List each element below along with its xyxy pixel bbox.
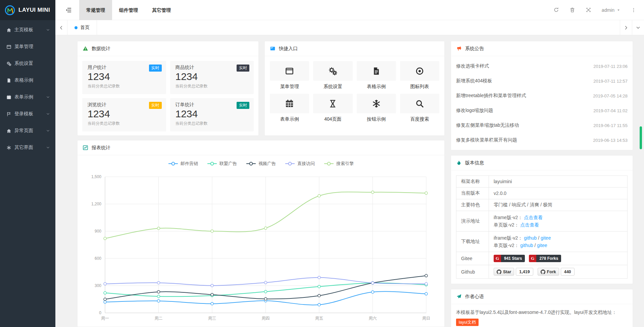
github-fork-button[interactable]: Fork [538, 268, 559, 276]
notice-text: 修复左侧菜单缩放tab无法移动 [456, 122, 519, 128]
quick-entry-1[interactable]: 菜单管理 [270, 61, 309, 89]
link-github[interactable]: github [520, 243, 533, 248]
stat-badge: 实时 [149, 102, 162, 109]
app-logo[interactable]: LAYUI MINI [0, 0, 55, 20]
legend-item-5[interactable]: 搜索引擎 [324, 160, 354, 167]
quick-entry-4[interactable]: 图标列表 [400, 61, 439, 89]
notice-item-2[interactable]: 新增系统404模板2019-07-11 12:57 [451, 74, 633, 88]
svg-text:600: 600 [95, 256, 101, 261]
link-gitee[interactable]: gitee [537, 243, 547, 248]
github-fork-count[interactable]: 440 [561, 268, 575, 276]
home-icon [6, 128, 11, 133]
window-icon [6, 44, 11, 49]
sidebar-item-3[interactable]: 系统设置 [0, 55, 55, 72]
stat-caption: 当前分类总记录数 [88, 83, 161, 89]
gitee-badge[interactable]: G278 Forks [529, 255, 561, 262]
legend-item-3[interactable]: 视频广告 [246, 160, 276, 167]
quick-entry-3[interactable]: 表格示例 [357, 61, 396, 89]
notice-item-5[interactable]: 修复左侧菜单缩放tab无法移动2019-06-17 11:55 [451, 118, 633, 133]
asterisk-icon [6, 145, 11, 150]
gitee-logo-icon: G [494, 255, 501, 262]
tab-home[interactable]: 首页 [67, 20, 97, 35]
calendar-icon [285, 99, 294, 108]
module-tab-3[interactable]: 其它管理 [145, 0, 178, 20]
sidebar-item-7[interactable]: 异常页面 [0, 122, 55, 139]
chevron-left-icon [59, 25, 64, 30]
version-value: 零门槛 / 响应式 / 清爽 / 极简 [494, 202, 552, 207]
svg-text:周一: 周一 [101, 316, 109, 321]
paper-plane-icon [456, 294, 462, 299]
github-icon [497, 270, 501, 274]
quick-entry-icon-box [270, 61, 309, 81]
link-点击查看[interactable]: 点击查看 [520, 222, 539, 228]
notice-item-4[interactable]: 修改logo缩放问题2019-07-04 11:02 [451, 103, 633, 118]
legend-item-4[interactable]: 直接访问 [285, 160, 315, 167]
calendar-icon [6, 95, 11, 100]
link-点击查看[interactable]: 点击查看 [524, 215, 543, 220]
username: admin [602, 7, 614, 13]
brand-title: LAYUI MINI [18, 7, 50, 13]
hourglass-icon [328, 99, 337, 108]
tab-operations-button[interactable] [632, 20, 644, 35]
quick-entry-8[interactable]: 百度搜索 [400, 94, 439, 122]
sidebar-item-4[interactable]: 表格示例 [0, 72, 55, 89]
gitee-logo-icon: G [529, 255, 536, 262]
page-scrollbar-thumb[interactable] [640, 126, 642, 149]
legend-label: 邮件营销 [181, 161, 198, 167]
legend-marker-icon [246, 162, 256, 166]
user-dropdown[interactable]: admin [602, 7, 621, 13]
notice-item-6[interactable]: 修复多模块菜单栏展开有问题2019-06-13 14:53 [451, 133, 633, 148]
gitee-badge[interactable]: G941 Stars [494, 255, 525, 262]
github-star-button[interactable]: Star [494, 268, 514, 276]
module-tab-1[interactable]: 常规管理 [79, 0, 112, 20]
gitee-badge-label: 941 Stars [501, 255, 525, 262]
legend-item-2[interactable]: 联盟广告 [207, 160, 237, 167]
sidebar-item-label: 菜单管理 [14, 44, 50, 50]
fullscreen-button[interactable] [586, 7, 591, 13]
svg-text:周日: 周日 [422, 316, 430, 321]
menu-fold-button[interactable] [65, 7, 72, 13]
notice-time: 2019-07-04 11:02 [593, 108, 628, 113]
refresh-button[interactable] [553, 7, 559, 13]
quick-entry-label: 菜单管理 [270, 84, 309, 89]
tab-scroll-left-button[interactable] [55, 20, 67, 35]
version-row-3: 主要特色零门槛 / 响应式 / 清爽 / 极简 [456, 199, 628, 211]
notice-item-3[interactable]: 新增treetable插件和菜单管理样式2019-07-05 14:28 [451, 88, 633, 103]
sidebar-item-5[interactable]: 表单示例 [0, 89, 55, 106]
chart-icon [83, 145, 88, 151]
layui-doc-link[interactable]: layui文档 [456, 319, 479, 326]
tabbar-spacer [97, 20, 620, 35]
sidebar-item-2[interactable]: 菜单管理 [0, 38, 55, 55]
sidebar-item-8[interactable]: 其它界面 [0, 139, 55, 156]
legend-marker-icon [324, 162, 334, 166]
quick-entry-5[interactable]: 表单示例 [270, 94, 309, 122]
stat-value: 1234 [176, 71, 249, 83]
chart-legend: 邮件营销联盟广告视频广告直接访问搜索引擎 [78, 155, 444, 167]
link-github[interactable]: github [524, 235, 537, 241]
more-menu-button[interactable] [631, 7, 636, 13]
quick-entry-2[interactable]: 系统设置 [313, 61, 352, 89]
link-gitee[interactable]: gitee [541, 235, 551, 241]
quick-entry-6[interactable]: 404页面 [313, 94, 352, 122]
stat-box-1: 用户统计实时1234当前分类总记录数 [82, 61, 166, 94]
version-link-line: 单页版-v2： github / gitee [494, 242, 623, 249]
github-star-count[interactable]: 1,419 [516, 268, 533, 276]
stat-caption: 当前分类总记录数 [176, 121, 249, 126]
svg-text:900: 900 [95, 229, 101, 234]
sidebar-item-6[interactable]: 登录模板 [0, 106, 55, 122]
stat-value: 1234 [88, 108, 161, 120]
notice-item-1[interactable]: 修改选项卡样式2019-07-11 23:06 [451, 59, 633, 74]
module-tab-2[interactable]: 组件管理 [112, 0, 145, 20]
report-card-header: 报表统计 [78, 140, 444, 155]
legend-item-1[interactable]: 邮件营销 [168, 160, 198, 167]
quick-entry-7[interactable]: 按钮示例 [357, 94, 396, 122]
sidebar-item-label: 主页模板 [14, 27, 46, 33]
flag-icon-wrap [6, 112, 11, 117]
version-value: v2.0.0 [494, 191, 506, 196]
tab-scroll-right-button[interactable] [620, 20, 632, 35]
notice-time: 2019-07-11 12:57 [593, 79, 628, 84]
clear-cache-button[interactable] [569, 7, 575, 13]
notice-text: 新增系统404模板 [456, 78, 492, 84]
svg-text:300: 300 [95, 283, 101, 288]
sidebar-item-1[interactable]: 主页模板 [0, 22, 55, 38]
